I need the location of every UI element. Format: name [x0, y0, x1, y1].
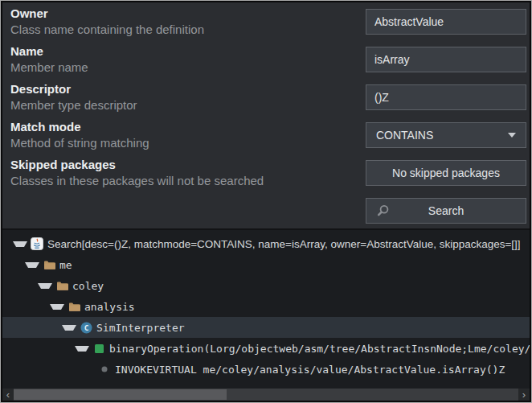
field-label-match-mode: Match mode Method of string matching — [10, 119, 356, 151]
tree-row-label: binaryOperation(Lorg/objectweb/asm/tree/… — [109, 343, 530, 355]
tree-row-label: analysis — [84, 301, 135, 313]
tree-row-label: coley — [72, 280, 104, 292]
match-mode-description: Method of string matching — [10, 135, 356, 151]
descriptor-label: Descriptor — [10, 81, 356, 97]
folder-icon — [68, 302, 80, 312]
member-search-window: Owner Class name containing the definiti… — [0, 0, 532, 403]
skipped-packages-button[interactable]: No skipped packages — [366, 160, 526, 186]
expand-arrow-icon[interactable] — [75, 346, 89, 352]
bullet-icon — [98, 366, 111, 372]
search-icon — [376, 204, 390, 220]
expand-arrow-icon[interactable] — [62, 325, 76, 331]
tree-row[interactable]: binaryOperation(Lorg/objectweb/asm/tree/… — [2, 338, 530, 359]
owner-label: Owner — [10, 6, 356, 22]
expand-arrow-icon[interactable] — [13, 241, 27, 247]
tree-row-label: INVOKEVIRTUAL me/coley/analysis/value/Ab… — [115, 364, 505, 376]
expand-arrow-icon[interactable] — [38, 283, 52, 289]
expand-arrow-icon[interactable] — [25, 262, 39, 268]
tree-row[interactable]: Search[desc=()Z, matchmode=CONTAINS, nam… — [2, 233, 530, 254]
tree-row[interactable]: INVOKEVIRTUAL me/coley/analysis/value/Ab… — [2, 359, 530, 380]
tree-row[interactable]: analysis — [2, 296, 530, 317]
descriptor-input[interactable] — [366, 84, 526, 110]
tree-row-label: me — [59, 259, 72, 271]
match-mode-dropdown[interactable]: CONTAINS — [366, 122, 526, 148]
name-label: Name — [10, 43, 356, 60]
search-form-panel: Owner Class name containing the definiti… — [2, 2, 530, 230]
match-mode-selected-value: CONTAINS — [376, 129, 433, 142]
chevron-down-icon — [508, 133, 516, 138]
tree-row[interactable]: CSimInterpreter — [2, 317, 530, 338]
scrollbar-thumb[interactable] — [14, 389, 227, 400]
skipped-packages-label: Skipped packages — [10, 157, 356, 173]
tree-row-label: Search[desc=()Z, matchmode=CONTAINS, nam… — [47, 238, 521, 250]
tree-row-label: SimInterpreter — [96, 322, 185, 334]
folder-icon — [43, 260, 55, 270]
skipped-packages-description: Classes in these packages will not be se… — [10, 173, 356, 189]
scrollbar-track[interactable] — [14, 389, 518, 401]
folder-icon — [55, 281, 68, 291]
horizontal-scrollbar[interactable]: ‹ › — [2, 389, 530, 401]
class-icon: C — [80, 322, 92, 334]
tree-rows: Search[desc=()Z, matchmode=CONTAINS, nam… — [2, 233, 530, 380]
tree-row[interactable]: coley — [2, 275, 530, 296]
owner-input[interactable] — [366, 9, 526, 35]
field-label-skipped-packages: Skipped packages Classes in these packag… — [10, 157, 356, 189]
field-label-descriptor: Descriptor Member type descriptor — [10, 81, 356, 113]
owner-description: Class name containing the definition — [10, 22, 356, 38]
match-mode-label: Match mode — [10, 119, 356, 135]
name-description: Member name — [10, 60, 356, 76]
method-icon — [92, 344, 105, 353]
expand-arrow-icon[interactable] — [50, 304, 64, 310]
field-label-owner: Owner Class name containing the definiti… — [10, 6, 356, 38]
descriptor-description: Member type descriptor — [10, 97, 356, 113]
name-input[interactable] — [366, 47, 526, 72]
java-icon — [31, 237, 43, 250]
scroll-left-icon[interactable]: ‹ — [2, 389, 14, 401]
tree-row[interactable]: me — [2, 254, 530, 275]
search-button-label: Search — [428, 204, 464, 217]
search-results-tree: Search[desc=()Z, matchmode=CONTAINS, nam… — [2, 230, 530, 401]
field-label-name: Name Member name — [10, 43, 356, 76]
scroll-right-icon[interactable]: › — [518, 389, 530, 401]
search-button[interactable]: Search — [366, 198, 526, 224]
svg-text:C: C — [84, 323, 88, 331]
